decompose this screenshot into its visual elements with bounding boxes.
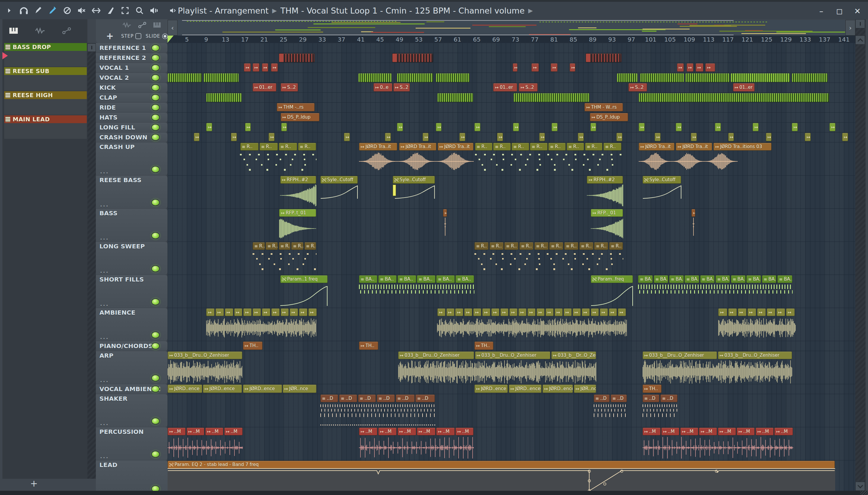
pattern-clip-ba-[interactable]: ≡BA.. — [777, 275, 792, 283]
audio-clip-mini[interactable]: ↦ — [262, 308, 271, 316]
track-row-short-fills[interactable]: Param..1 freq≡BA..≡BA..≡BA..≡BA..≡BA..≡B… — [167, 275, 855, 308]
track-row-percussion[interactable]: ↦..M↦..M↦..M↦..M↦..M↦..M↦..M↦..M↦..M↦..M… — [167, 427, 855, 460]
audio-clip-mini[interactable]: ↦ — [527, 308, 536, 316]
pattern-clip-ba-[interactable]: ≡BA.. — [378, 275, 397, 283]
audio-clip-mini[interactable]: ↦ — [705, 63, 715, 72]
pattern-clip-r-[interactable]: ≡R.. — [252, 242, 265, 250]
pattern-clip--d[interactable]: ≡..D — [358, 394, 376, 402]
audio-clip-mini[interactable]: ↦ — [655, 133, 661, 141]
audio-clip-mini[interactable]: ↦ — [252, 308, 261, 316]
audio-clip-mini[interactable]: ↦ — [687, 63, 693, 72]
audio-clip-mini[interactable]: ↦ — [676, 123, 682, 131]
clip-vocal-chops[interactable] — [731, 73, 790, 82]
timeline-ruler[interactable]: 5913172125293337414549535761656973778185… — [167, 36, 855, 44]
audio-clip-mini[interactable]: ↦ — [695, 63, 703, 72]
pattern-clip-r-[interactable]: ≡R.. — [504, 242, 519, 250]
playlist-grid[interactable]: ↦↦↦↦↦↦↦↦↦↦↦↦↦01..er↦S..2↦0..e↦S..2↦01..e… — [167, 43, 855, 491]
audio-clip-mini[interactable]: ↦ — [519, 308, 526, 316]
audio-clip-s-2[interactable]: ↦S..2 — [519, 83, 538, 91]
track-enable-led[interactable] — [151, 45, 160, 51]
track-name-vocal-1[interactable]: VOCAL 1 — [96, 63, 167, 72]
track-row-reference-2[interactable] — [167, 53, 855, 63]
track-name-arp[interactable]: ARP... — [96, 351, 167, 384]
track-enable-led[interactable] — [151, 84, 160, 91]
scroll-down-button[interactable] — [855, 482, 865, 491]
audio-clip-j-r-nce[interactable]: ↦JØR..nce — [283, 385, 317, 393]
clip-vocal-chops[interactable] — [513, 93, 590, 102]
audio-clip-mini[interactable]: ↦ — [397, 123, 403, 131]
track-enable-led[interactable] — [151, 343, 160, 349]
audio-clip--m[interactable]: ↦..M — [359, 428, 378, 436]
track-options-handle[interactable]: ... — [100, 420, 109, 426]
audio-clip-mini[interactable]: ↦ — [590, 123, 596, 131]
audio-clip-mini[interactable]: ↦ — [563, 308, 572, 316]
audio-clip-mini[interactable]: ↦ — [618, 308, 626, 316]
pattern-item-reese-sub[interactable]: REESE SUB — [4, 67, 87, 91]
audio-clip-mini[interactable]: ↦ — [290, 308, 298, 316]
audio-clip-033-b-dr-o-zenhiser[interactable]: ↦033_b__Dr..O_Zenhiser — [551, 352, 596, 359]
track-enable-led[interactable] — [151, 65, 160, 71]
mute-tool-icon[interactable] — [77, 5, 87, 16]
audio-clip-mini[interactable]: ↦ — [491, 308, 499, 316]
audio-clip-mini[interactable]: ↦ — [234, 308, 243, 316]
track-enable-led[interactable] — [151, 265, 160, 272]
audio-clip--m[interactable]: ↦..M — [224, 428, 243, 436]
audio-clip-mini[interactable]: ↦ — [555, 308, 563, 316]
audio-clip--m[interactable]: ↦..M — [186, 428, 204, 436]
audio-clip-mini[interactable]: ↦ — [609, 308, 617, 316]
audio-clip-mini[interactable]: ↦ — [691, 209, 695, 217]
tab-patterns[interactable] — [9, 27, 18, 36]
audio-clip-mini[interactable]: ↦ — [344, 133, 350, 141]
track-row-reference-1[interactable] — [167, 43, 855, 53]
audio-clip-033-b-dru-o-zenhiser[interactable]: ↦033_b__Dru..O_Zenhiser — [642, 352, 717, 359]
audio-clip-mini[interactable]: ↦ — [600, 308, 608, 316]
audio-clip-mini[interactable]: ↦ — [271, 63, 278, 72]
delete-tool-icon[interactable] — [62, 5, 72, 16]
audio-clip--m[interactable]: ↦..M — [417, 428, 436, 436]
audio-clip-mini[interactable]: ↦ — [578, 133, 584, 141]
pattern-clip-ba-[interactable]: ≡BA.. — [731, 275, 746, 283]
audio-clip-th-[interactable]: ↦TH.. — [642, 385, 661, 393]
pattern-clip-ba-[interactable]: ≡BA.. — [762, 275, 777, 283]
audio-clip-mini[interactable]: ↦ — [497, 133, 503, 141]
audio-clip-mini[interactable]: ↦ — [551, 63, 558, 72]
track-name-ambience[interactable]: AMBIENCE... — [96, 308, 167, 341]
automation-clip-param-freq[interactable]: Param..freq — [591, 275, 633, 283]
audio-clip-j-rd-ence[interactable]: ↦JØRD..ence — [509, 385, 542, 393]
track-name-short-fills[interactable]: SHORT FILLS... — [96, 275, 167, 308]
pattern-clip-r-[interactable]: ≡R.. — [279, 242, 291, 250]
pattern-clip-ba-[interactable]: ≡BA.. — [455, 275, 474, 283]
main-menu-tool-icon[interactable] — [4, 5, 15, 16]
pattern-clip-r-[interactable]: ≡R.. — [579, 242, 593, 250]
minimap-view-window[interactable] — [182, 20, 734, 35]
audio-clip-033-b-dru-o-zenhiser[interactable]: ↦033_b__Dru..O_Zenhiser — [475, 352, 551, 359]
track-options-handle[interactable]: ... — [100, 301, 109, 307]
track-enable-led[interactable] — [151, 54, 160, 62]
pattern-clip-r-[interactable]: ≡R.. — [519, 242, 534, 250]
track-options-handle[interactable]: ... — [100, 334, 109, 340]
track-row-lead[interactable]: Param. EQ 2 - stab lead - Band 7 freq — [167, 460, 855, 491]
pattern-clip-ba-[interactable]: ≡BA.. — [359, 275, 378, 283]
audio-clip--m[interactable]: ↦..M — [756, 428, 774, 436]
audio-clip-033-b-dru-o-zenhiser[interactable]: ↦033_b__Dru..O_Zenhiser — [398, 352, 474, 359]
audio-clip-j-rd-tra-it[interactable]: ↦JØRD Tra..it — [359, 143, 397, 151]
track-name-clap[interactable]: CLAP — [96, 93, 167, 102]
clip-vocal-chops[interactable] — [639, 93, 829, 102]
pattern-clip-ba-[interactable]: ≡BA.. — [685, 275, 699, 283]
audio-clip--m[interactable]: ↦..M — [680, 428, 698, 436]
track-enable-led[interactable] — [151, 386, 160, 393]
audio-clip-01-er[interactable]: ↦01..er — [733, 83, 755, 91]
tab-automation[interactable] — [62, 27, 71, 36]
track-name-long-sweep[interactable]: LONG SWEEP... — [96, 242, 167, 275]
pattern-clip--d[interactable]: ≡..D — [594, 394, 610, 402]
track-name-crash-up[interactable]: CRASH UP... — [96, 142, 167, 175]
audio-clip-mini[interactable]: ↦ — [570, 63, 576, 72]
audio-clip-mini[interactable]: ↦ — [639, 123, 645, 131]
slide-toggle[interactable] — [162, 33, 168, 39]
clip-reference-audio[interactable] — [586, 53, 621, 62]
audio-clip-mini[interactable]: ↦ — [766, 133, 772, 141]
audio-clip-s-2[interactable]: ↦S..2 — [393, 83, 410, 91]
pattern-clip-ba-[interactable]: ≡BA.. — [654, 275, 669, 283]
track-name-shaker[interactable]: SHAKER... — [96, 394, 167, 427]
pattern-clip--d[interactable]: ≡..D — [660, 394, 677, 402]
